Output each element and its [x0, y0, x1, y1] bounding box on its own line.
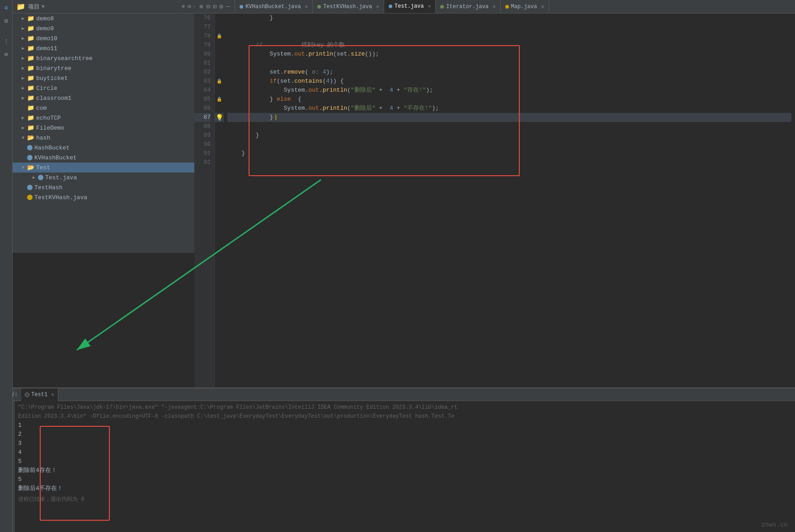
sidebar-item-label: demo8	[36, 15, 54, 22]
sidebar-item-testjava[interactable]: ▶ Test.java	[13, 173, 207, 182]
folder-com-icon: 📁	[27, 104, 34, 112]
folder-test-icon: 📂	[27, 164, 34, 171]
split-icon[interactable]: ⊟	[206, 3, 210, 10]
split2-icon[interactable]: ⊡	[213, 3, 216, 10]
tab-kvhashbucket[interactable]: KVHashBucket.java ✕	[235, 0, 313, 13]
tab-label: Test.java	[395, 3, 424, 9]
sidebar-item-label: Test	[36, 164, 50, 171]
tab-dot-testkvhash	[317, 5, 321, 9]
code-line-80: System.out.println(set.size());	[227, 50, 791, 59]
sidebar-item-label: binarytree	[36, 65, 71, 72]
project-sidebar: 📁 项目 ▼ ⊕ ⊟ ⚙ ─ ▶ 📁 demo8 ▶ 📁 demo9 ▶ 📁 d…	[13, 0, 207, 253]
code-line-88	[227, 122, 791, 131]
code-line-79: // 得到key 的个数	[227, 41, 791, 50]
gutter-line-84	[215, 86, 224, 95]
gutter-line-79	[215, 41, 224, 50]
gutter-line-80	[215, 50, 224, 59]
folder-demo10-icon: 📁	[27, 35, 34, 42]
sidebar-item-demo11[interactable]: ▶ 📁 demo11	[13, 43, 207, 53]
tab-label: TestKVHash.java	[323, 4, 372, 10]
class-testhash-icon	[27, 185, 33, 190]
sidebar-item-buyticket[interactable]: ▶ 📁 buyticket	[13, 73, 207, 83]
output-cmd-line2: Edition 2023.3.4\bin" -Dfile.encoding=UT…	[18, 412, 791, 421]
gear-tab-icon[interactable]: ⚙	[219, 3, 223, 10]
bookmark-icon[interactable]: ⊞	[1, 15, 12, 26]
sidebar-item-kvhashbucket[interactable]: KVHashBucket	[13, 153, 207, 163]
bottom-panel: 运行: Test1 ✕ ▶ ↑ ↓ ■ ↺ 📌 ⊟ ⚙ "C:\Program …	[0, 387, 795, 532]
add-icon[interactable]: ⊕	[182, 3, 185, 10]
sidebar-item-echotcp[interactable]: ▶ 📁 echoTCP	[13, 113, 207, 123]
project-icon[interactable]: ≡	[1, 3, 12, 14]
code-line-87: }|	[227, 113, 791, 122]
sidebar-item-label: FileDemo	[36, 125, 64, 131]
left-icon-bar: ≡ ⊞ ⋮ ⊕	[0, 0, 13, 532]
tab-close-test[interactable]: ✕	[428, 3, 431, 9]
sidebar-item-test[interactable]: ▼ 📂 Test	[13, 163, 207, 173]
code-content[interactable]: } // 得到key 的个数 System.out.println(set.si…	[224, 14, 795, 428]
tab-dot-kvhash	[240, 5, 243, 9]
folder-icon: 📁	[16, 2, 25, 11]
gutter-hint-87: 💡	[215, 113, 224, 122]
git-icon[interactable]: ⊕	[1, 49, 12, 60]
sidebar-item-binarytree[interactable]: ▶ 📁 binarytree	[13, 63, 207, 73]
sidebar-item-binarysearchtree[interactable]: ▶ 📁 binarysearchtree	[13, 53, 207, 63]
structure-icon[interactable]: ⋮	[1, 36, 12, 47]
sidebar-item-label: HashBucket	[34, 145, 70, 151]
code-line-82: set.remove( o: 4);	[227, 68, 791, 77]
collapse-icon[interactable]: ⊟	[188, 3, 191, 10]
folder-buyticket-icon: 📁	[27, 75, 34, 82]
run-tab-label: Test1	[31, 392, 47, 398]
sidebar-item-demo10[interactable]: ▶ 📁 demo10	[13, 33, 207, 43]
gutter-breakpoint-83: 🔒	[215, 77, 224, 86]
sidebar-item-testhash[interactable]: TestHash	[13, 182, 207, 192]
add-tab-icon[interactable]: ⊕	[199, 3, 203, 10]
gutter-line-86	[215, 104, 224, 113]
minimize-tab-icon[interactable]: ─	[226, 3, 230, 10]
sidebar-item-label: buyticket	[36, 75, 68, 82]
line-numbers: 76 77 78 79 80 81 82 83 84 85 86 87 88 8…	[194, 14, 215, 428]
run-tab-close[interactable]: ✕	[51, 392, 54, 397]
sidebar-item-filedemo[interactable]: ▶ 📁 FileDemo	[13, 123, 207, 133]
folder-demo8-icon: 📁	[27, 15, 34, 22]
tab-testkvhash[interactable]: TestKVHash.java ✕	[313, 0, 384, 13]
sidebar-item-com[interactable]: 📁 com	[13, 103, 207, 113]
sidebar-item-classroom1[interactable]: ▶ 📁 classroom1	[13, 93, 207, 103]
gutter-breakpoint-78: 🔒	[215, 32, 224, 41]
gutter-line-91	[215, 149, 224, 158]
tab-test[interactable]: Test.java ✕	[384, 0, 436, 13]
folder-echo-icon: 📁	[27, 114, 34, 121]
output-line-3: 3	[18, 439, 791, 448]
sidebar-item-demo8[interactable]: ▶ 📁 demo8	[13, 14, 207, 23]
sidebar-item-testkvhash[interactable]: TestKVHash.java	[13, 192, 207, 202]
sidebar-item-hashbucket[interactable]: HashBucket	[13, 143, 207, 153]
sidebar-item-hash[interactable]: ▼ 📂 hash	[13, 133, 207, 143]
sidebar-header: 📁 项目 ▼ ⊕ ⊟ ⚙ ─	[13, 0, 207, 14]
tab-dot-map	[505, 5, 509, 9]
gutter-line-81	[215, 59, 224, 68]
code-line-83: if(set.contains(4)) {	[227, 77, 791, 86]
tab-iterator[interactable]: Iterator.java ✕	[436, 0, 500, 13]
gutter-line-82	[215, 68, 224, 77]
tab-close-iterator[interactable]: ✕	[493, 4, 496, 9]
output-line-5: 5	[18, 457, 791, 466]
gutter-line-89	[215, 131, 224, 140]
code-line-90	[227, 140, 791, 149]
output-line-2: 2	[18, 430, 791, 439]
tab-close-kvhash[interactable]: ✕	[305, 4, 308, 9]
bottom-content: ▶ ↑ ↓ ■ ↺ 📌 ⊟ ⚙ "C:\Program Files\Java\j…	[0, 401, 795, 532]
code-line-77	[227, 23, 791, 32]
sidebar-item-demo9[interactable]: ▶ 📁 demo9	[13, 23, 207, 33]
run-tab-test1[interactable]: Test1 ✕	[21, 388, 58, 401]
tab-dot-iterator	[440, 5, 444, 9]
code-line-76: }	[227, 14, 791, 23]
tab-close-testkvhash[interactable]: ✕	[376, 4, 379, 9]
tab-controls: ⊕ ⊟ ⊡ ⚙ ─	[194, 0, 235, 13]
tab-map[interactable]: Map.java ✕	[501, 0, 549, 13]
gutter-line-90	[215, 140, 224, 149]
gutter-line-76	[215, 14, 224, 23]
code-editor[interactable]: 76 77 78 79 80 81 82 83 84 85 86 87 88 8…	[194, 14, 795, 428]
tab-close-map[interactable]: ✕	[541, 4, 544, 9]
class-hashbucket-icon	[27, 145, 33, 150]
sidebar-item-circle[interactable]: ▶ 📁 Circle	[13, 83, 207, 93]
gutter: 🔒 🔒 🔒 💡	[215, 14, 224, 428]
